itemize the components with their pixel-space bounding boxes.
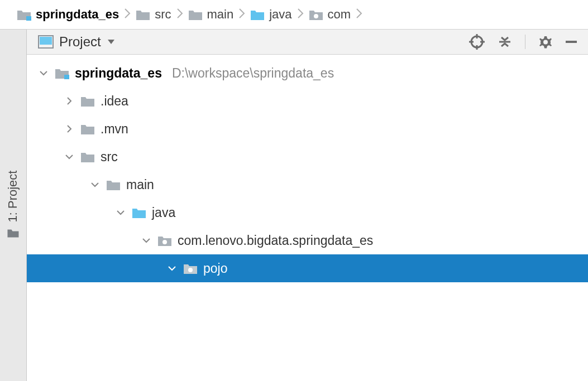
package-icon (157, 234, 172, 247)
collapse-all-icon[interactable] (497, 34, 513, 50)
dropdown-icon[interactable] (108, 40, 114, 44)
source-folder-icon (132, 206, 146, 219)
chevron-down-icon[interactable] (166, 264, 178, 273)
sidebar-tab-project[interactable]: 1: Project (0, 30, 27, 381)
chevron-right-icon (355, 7, 363, 22)
tree-node-label: .idea (101, 94, 128, 109)
folder-icon (80, 151, 95, 163)
package-icon (309, 8, 323, 21)
folder-icon (106, 179, 121, 191)
tree-node-idea[interactable]: .idea (27, 87, 588, 115)
breadcrumb-label: java (269, 7, 291, 22)
folder-tab-icon (7, 226, 20, 241)
chevron-down-icon[interactable] (38, 69, 49, 78)
svg-point-14 (188, 268, 193, 272)
svg-point-10 (543, 40, 548, 45)
svg-rect-0 (26, 16, 31, 21)
breadcrumb-item-src[interactable]: src (136, 7, 171, 22)
breadcrumb-label: main (207, 7, 234, 22)
svg-rect-11 (566, 41, 577, 43)
breadcrumb-item-com[interactable]: com (309, 7, 351, 22)
chevron-right-icon (297, 7, 304, 22)
tree-node-main[interactable]: main (27, 171, 588, 199)
breadcrumb: springdata_es src main java com (0, 0, 588, 30)
svg-rect-12 (64, 75, 69, 79)
tree-node-label: main (126, 177, 154, 192)
breadcrumb-item-main[interactable]: main (188, 7, 234, 22)
project-view-icon (38, 35, 54, 49)
tree-node-label: .mvn (101, 122, 128, 137)
locate-icon[interactable] (469, 34, 485, 50)
module-folder-icon (55, 67, 69, 79)
tree-node-label: java (152, 205, 175, 220)
tree-node-label: src (101, 149, 118, 165)
breadcrumb-label: springdata_es (36, 7, 119, 22)
chevron-down-icon[interactable] (64, 152, 75, 161)
chevron-down-icon[interactable] (89, 180, 101, 189)
chevron-right-icon[interactable] (64, 97, 75, 105)
tree-node-mvn[interactable]: .mvn (27, 115, 588, 143)
breadcrumb-item-root[interactable]: springdata_es (17, 7, 119, 22)
tool-window-title[interactable]: Project (59, 34, 101, 50)
tree-node-pojo[interactable]: pojo (27, 254, 588, 282)
project-tree: springdata_es D:\workspace\springdata_es… (27, 55, 588, 282)
tree-node-package[interactable]: com.lenovo.bigdata.springdata_es (27, 226, 588, 254)
svg-rect-3 (40, 37, 52, 45)
tree-node-label: springdata_es (75, 66, 162, 81)
source-folder-icon (250, 8, 265, 21)
svg-point-1 (314, 14, 318, 18)
hide-icon[interactable] (566, 40, 577, 44)
tool-window-header: Project (27, 30, 588, 55)
tree-node-label: com.lenovo.bigdata.springdata_es (178, 233, 373, 248)
breadcrumb-label: com (328, 7, 351, 22)
breadcrumb-label: src (155, 7, 171, 22)
svg-point-13 (162, 240, 167, 244)
module-folder-icon (17, 8, 31, 21)
tree-node-path: D:\workspace\springdata_es (172, 66, 334, 81)
folder-icon (80, 95, 95, 107)
tree-node-root[interactable]: springdata_es D:\workspace\springdata_es (27, 59, 588, 87)
sidebar-tab-label: 1: Project (6, 171, 21, 223)
breadcrumb-item-java[interactable]: java (250, 7, 291, 22)
chevron-down-icon[interactable] (141, 236, 152, 245)
chevron-right-icon (123, 7, 131, 22)
gear-icon[interactable] (538, 34, 553, 50)
package-icon (183, 262, 198, 274)
folder-icon (80, 123, 95, 135)
folder-icon (136, 8, 150, 21)
chevron-right-icon (176, 7, 184, 22)
chevron-right-icon (238, 7, 246, 22)
folder-icon (188, 8, 203, 21)
tree-node-label: pojo (203, 261, 227, 276)
chevron-right-icon[interactable] (64, 124, 75, 133)
tree-node-java[interactable]: java (27, 199, 588, 226)
separator (525, 35, 525, 49)
tree-node-src[interactable]: src (27, 143, 588, 171)
chevron-down-icon[interactable] (115, 208, 126, 217)
